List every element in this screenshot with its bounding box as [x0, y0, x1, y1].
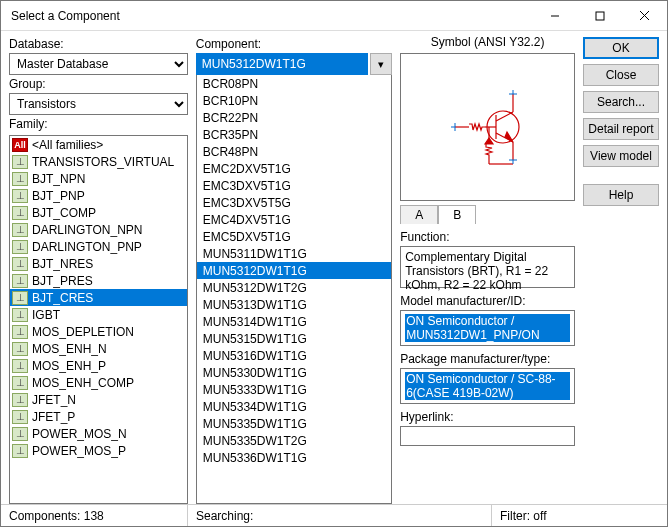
- family-item-label: JFET_P: [32, 410, 75, 424]
- close-icon: [639, 10, 650, 21]
- help-button[interactable]: Help: [583, 184, 659, 206]
- component-item[interactable]: MUN5314DW1T1G: [197, 313, 391, 330]
- pkg-mfr-label: Package manufacturer/type:: [400, 352, 575, 366]
- tab-b[interactable]: B: [438, 205, 476, 224]
- transistor-family-icon: ⊥: [12, 172, 28, 186]
- component-item[interactable]: MUN5312DW1T1G: [197, 262, 391, 279]
- detail-report-button[interactable]: Detail report: [583, 118, 659, 140]
- family-list[interactable]: All<All families>⊥TRANSISTORS_VIRTUAL⊥BJ…: [9, 135, 188, 504]
- component-item[interactable]: EMC2DXV5T1G: [197, 160, 391, 177]
- transistor-family-icon: ⊥: [12, 359, 28, 373]
- component-item[interactable]: MUN5313DW1T1G: [197, 296, 391, 313]
- hyperlink-box[interactable]: [400, 426, 575, 446]
- transistor-family-icon: ⊥: [12, 444, 28, 458]
- component-input[interactable]: [196, 53, 368, 75]
- family-item[interactable]: ⊥JFET_P: [10, 408, 187, 425]
- family-item-label: <All families>: [32, 138, 103, 152]
- status-filter: Filter: off: [492, 505, 667, 526]
- transistor-family-icon: ⊥: [12, 393, 28, 407]
- middle-column: Component: ▾ BCR08PNBCR10PNBCR22PNBCR35P…: [196, 35, 392, 504]
- component-item[interactable]: BCR35PN: [197, 126, 391, 143]
- transistor-family-icon: ⊥: [12, 325, 28, 339]
- family-item[interactable]: ⊥POWER_MOS_N: [10, 425, 187, 442]
- transistor-family-icon: ⊥: [12, 240, 28, 254]
- status-searching: Searching:: [188, 505, 492, 526]
- family-item[interactable]: ⊥DARLINGTON_PNP: [10, 238, 187, 255]
- ok-button[interactable]: OK: [583, 37, 659, 59]
- family-item[interactable]: All<All families>: [10, 136, 187, 153]
- maximize-button[interactable]: [577, 1, 622, 31]
- component-item[interactable]: MUN5333DW1T1G: [197, 381, 391, 398]
- family-item[interactable]: ⊥BJT_NPN: [10, 170, 187, 187]
- family-item[interactable]: ⊥BJT_COMP: [10, 204, 187, 221]
- transistor-family-icon: ⊥: [12, 342, 28, 356]
- component-item[interactable]: EMC3DXV5T1G: [197, 177, 391, 194]
- family-item[interactable]: ⊥IGBT: [10, 306, 187, 323]
- transistor-family-icon: ⊥: [12, 291, 28, 305]
- component-item[interactable]: MUN5312DW1T2G: [197, 279, 391, 296]
- titlebar: Select a Component: [1, 1, 667, 31]
- button-column: OK Close Search... Detail report View mo…: [583, 35, 659, 504]
- group-label: Group:: [9, 77, 188, 91]
- funnel-icon: ▾: [378, 58, 384, 71]
- content-area: Database: Master Database Group: Transis…: [1, 31, 667, 504]
- component-item[interactable]: MUN5334DW1T1G: [197, 398, 391, 415]
- family-label: Family:: [9, 117, 188, 131]
- minimize-button[interactable]: [532, 1, 577, 31]
- component-item[interactable]: EMC4DXV5T1G: [197, 211, 391, 228]
- component-item[interactable]: BCR10PN: [197, 92, 391, 109]
- family-item-label: MOS_ENH_P: [32, 359, 106, 373]
- view-model-button[interactable]: View model: [583, 145, 659, 167]
- family-item[interactable]: ⊥BJT_NRES: [10, 255, 187, 272]
- database-combo[interactable]: Master Database: [9, 53, 188, 75]
- component-item[interactable]: MUN5335DW1T2G: [197, 432, 391, 449]
- transistor-family-icon: ⊥: [12, 206, 28, 220]
- maximize-icon: [595, 11, 605, 21]
- symbol-column: Symbol (ANSI Y32.2): [400, 35, 575, 504]
- component-item[interactable]: MUN5330DW1T1G: [197, 364, 391, 381]
- component-list[interactable]: BCR08PNBCR10PNBCR22PNBCR35PNBCR48PNEMC2D…: [196, 75, 392, 504]
- component-item[interactable]: EMC5DXV5T1G: [197, 228, 391, 245]
- family-item-label: BJT_NPN: [32, 172, 85, 186]
- database-label: Database:: [9, 37, 188, 51]
- family-item-label: BJT_PRES: [32, 274, 93, 288]
- model-mfr-box[interactable]: ON Semiconductor / MUN5312DW1_PNP/ON: [400, 310, 575, 346]
- component-item[interactable]: BCR08PN: [197, 75, 391, 92]
- component-item[interactable]: BCR48PN: [197, 143, 391, 160]
- component-item[interactable]: MUN5316DW1T1G: [197, 347, 391, 364]
- family-item-label: TRANSISTORS_VIRTUAL: [32, 155, 174, 169]
- status-components: Components: 138: [1, 505, 188, 526]
- pkg-mfr-box[interactable]: ON Semiconductor / SC-88-6(CASE 419B-02W…: [400, 368, 575, 404]
- transistor-family-icon: ⊥: [12, 376, 28, 390]
- tab-a[interactable]: A: [400, 205, 438, 224]
- dialog-window: Select a Component Database: Master Data…: [0, 0, 668, 527]
- symbol-tabs: A B: [400, 205, 575, 224]
- search-button[interactable]: Search...: [583, 91, 659, 113]
- family-item[interactable]: ⊥DARLINGTON_NPN: [10, 221, 187, 238]
- family-item[interactable]: ⊥MOS_ENH_P: [10, 357, 187, 374]
- family-item[interactable]: ⊥TRANSISTORS_VIRTUAL: [10, 153, 187, 170]
- family-item[interactable]: ⊥MOS_ENH_N: [10, 340, 187, 357]
- family-item-label: POWER_MOS_P: [32, 444, 126, 458]
- family-item[interactable]: ⊥BJT_PRES: [10, 272, 187, 289]
- family-item[interactable]: ⊥JFET_N: [10, 391, 187, 408]
- family-item[interactable]: ⊥MOS_ENH_COMP: [10, 374, 187, 391]
- family-item[interactable]: ⊥POWER_MOS_P: [10, 442, 187, 459]
- close-window-button[interactable]: [622, 1, 667, 31]
- component-item[interactable]: EMC3DXV5T5G: [197, 194, 391, 211]
- group-combo[interactable]: Transistors: [9, 93, 188, 115]
- component-item[interactable]: MUN5311DW1T1G: [197, 245, 391, 262]
- close-button[interactable]: Close: [583, 64, 659, 86]
- family-item[interactable]: ⊥MOS_DEPLETION: [10, 323, 187, 340]
- component-item[interactable]: MUN5315DW1T1G: [197, 330, 391, 347]
- family-item[interactable]: ⊥BJT_CRES: [10, 289, 187, 306]
- family-item-label: MOS_ENH_N: [32, 342, 107, 356]
- svg-line-6: [496, 112, 513, 121]
- component-item[interactable]: MUN5335DW1T1G: [197, 415, 391, 432]
- component-item[interactable]: MUN5336DW1T1G: [197, 449, 391, 466]
- family-item-label: BJT_NRES: [32, 257, 93, 271]
- family-item[interactable]: ⊥BJT_PNP: [10, 187, 187, 204]
- component-item[interactable]: BCR22PN: [197, 109, 391, 126]
- transistor-family-icon: ⊥: [12, 189, 28, 203]
- component-filter-button[interactable]: ▾: [370, 53, 392, 75]
